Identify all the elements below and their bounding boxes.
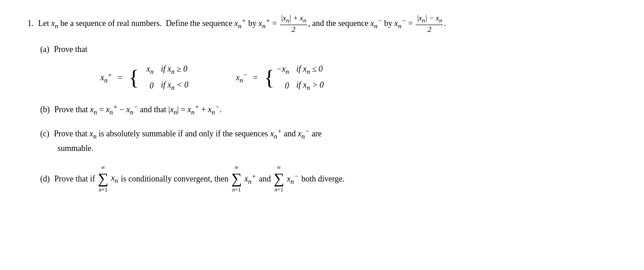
left-brace-plus: { (129, 67, 139, 88)
math-content: 1. Let xn be a sequence of real numbers.… (27, 14, 617, 194)
piecewise-minus: xn− = { −xn if xn ≤ 0 0 if xn > 0 (236, 62, 323, 93)
sum-xn-minus: ∞ ∑ n=1 (274, 163, 284, 194)
part-d-label: (d) (40, 172, 50, 186)
piecewise-minus-eq: = (253, 71, 258, 84)
problem-number: 1. (27, 17, 34, 30)
case-minus-1-cond: if xn ≤ 0 (296, 62, 323, 77)
case-plus-2-cond: if xn < 0 (161, 78, 188, 93)
case-plus-2: 0 if xn < 0 (141, 78, 188, 93)
case-minus-1-value: −xn (276, 62, 289, 77)
part-c-text: Prove that xn is absolutely summable if … (54, 125, 322, 142)
piecewise-plus-eq: = (118, 71, 122, 84)
part-a-label: (a) (40, 43, 49, 56)
part-c-continuation: summable. (40, 142, 617, 155)
sum-xn-plus-sigma: ∑ (231, 172, 242, 185)
piecewise-minus-lhs: xn− (236, 69, 248, 86)
sum-xn-plus: ∞ ∑ n=1 (231, 163, 242, 194)
sum-xn-minus-sigma: ∑ (274, 172, 284, 185)
sum-xn-minus-bottom: n=1 (274, 186, 283, 195)
fraction-minus: |xn| − xn 2 (416, 14, 443, 35)
intro-text: Let xn be a sequence of real numbers. De… (38, 14, 446, 35)
case-plus-2-value: 0 (141, 79, 153, 93)
case-minus-2: 0 if xn > 0 (276, 78, 324, 93)
case-minus-2-cond: if xn > 0 (296, 78, 324, 93)
problem-intro: 1. Let xn be a sequence of real numbers.… (27, 14, 617, 35)
part-b-text: Prove that xn = xn+ − xn− and that |xn| … (54, 101, 222, 118)
left-brace-minus: { (264, 67, 274, 88)
sum-xn-sigma: ∑ (98, 172, 108, 185)
part-c: (c) Prove that xn is absolutely summable… (27, 125, 617, 155)
brace-minus: { −xn if xn ≤ 0 0 if xn > 0 (264, 62, 324, 93)
case-plus-1-value: xn (141, 62, 153, 77)
case-plus-1: xn if xn ≥ 0 (141, 62, 188, 77)
fraction-plus: |xn| + xn 2 (280, 14, 307, 35)
cases-plus: xn if xn ≥ 0 0 if xn < 0 (141, 62, 188, 93)
case-minus-2-value: 0 (276, 79, 289, 93)
sum-xn-plus-bottom: n=1 (232, 186, 241, 195)
part-a: (a) Prove that xn+ = { xn if xn ≥ 0 0 (27, 43, 617, 93)
sum-xn-bottom: n=1 (99, 186, 107, 195)
piecewise-plus-lhs: xn+ (100, 69, 112, 86)
part-c-label: (c) (40, 127, 49, 140)
sum-xn: ∞ ∑ n=1 (98, 163, 108, 194)
case-minus-1: −xn if xn ≤ 0 (276, 62, 324, 77)
part-b: (b) Prove that xn = xn+ − xn− and that |… (27, 101, 617, 118)
part-d: (d) Prove that if ∞ ∑ n=1 xn is conditio… (27, 163, 617, 194)
part-a-text: Prove that (54, 43, 88, 56)
part-b-label: (b) (40, 103, 50, 116)
case-plus-1-cond: if xn ≥ 0 (161, 62, 187, 77)
brace-plus: { xn if xn ≥ 0 0 if xn < 0 (129, 62, 189, 93)
part-d-text: Prove that if ∞ ∑ n=1 xn is conditionall… (54, 163, 344, 194)
piecewise-plus: xn+ = { xn if xn ≥ 0 0 if xn < 0 (100, 62, 188, 93)
cases-minus: −xn if xn ≤ 0 0 if xn > 0 (276, 62, 324, 93)
piecewise-definitions: xn+ = { xn if xn ≥ 0 0 if xn < 0 (27, 62, 617, 93)
